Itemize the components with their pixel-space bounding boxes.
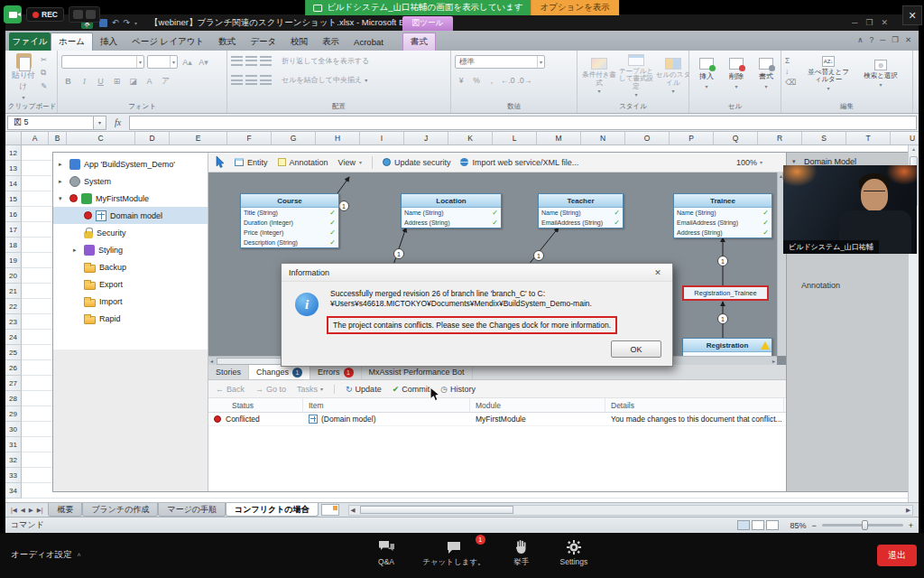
minimize-ribbon-icon[interactable]: ∧ (857, 35, 863, 44)
number-format-item-icon[interactable]: ¥ (455, 74, 467, 87)
zoom-slider-thumb[interactable] (862, 520, 868, 530)
paste-button[interactable]: 貼り付け ▾ (10, 53, 37, 100)
name-box-dropdown-icon[interactable]: ▾ (94, 116, 106, 130)
borders-icon[interactable]: ⊞ (110, 74, 124, 88)
table-header-item[interactable]: Item (303, 398, 470, 412)
zoom-level[interactable]: 85% (790, 521, 806, 530)
align-top-icon[interactable] (231, 56, 243, 66)
next-sheet-icon[interactable]: ▶ (29, 507, 33, 514)
entity-teacher[interactable]: TeacherName (String)✓EmailAddress (Strin… (538, 193, 624, 228)
column-header-f[interactable]: F (227, 132, 272, 145)
item-button[interactable]: ◎検索と選択▾ (857, 60, 904, 88)
audio-settings-button[interactable]: オーディオ設定˄ (11, 549, 80, 561)
dialog-close-icon[interactable]: ✕ (646, 266, 670, 279)
row-header-19[interactable]: 19 (5, 253, 22, 268)
increase-decimal-icon[interactable]: ←.0 (501, 74, 515, 87)
association-registration-trainee[interactable]: Registration_Trainee (682, 285, 769, 301)
column-header-i[interactable]: I (360, 132, 404, 145)
column-header-p[interactable]: P (670, 132, 714, 145)
i-button[interactable]: I (78, 74, 91, 88)
tab-item[interactable]: 表示 (315, 33, 346, 51)
dock-button-history[interactable]: ◷History (440, 385, 476, 394)
dock-tab-errors[interactable]: Errors1 (310, 365, 362, 379)
row-header-25[interactable]: 25 (5, 345, 22, 360)
row-header-34[interactable]: 34 (5, 483, 22, 499)
tab-format[interactable]: 書式 (402, 33, 436, 51)
tree-item-export[interactable]: Export (53, 275, 208, 293)
entity-course[interactable]: CourseTitle (String)✓Duration (Integer)✓… (240, 193, 339, 248)
number-format-item-icon[interactable]: , (485, 74, 498, 87)
view-icon[interactable] (73, 10, 83, 19)
control-qa[interactable]: Q&A (370, 538, 402, 568)
align-middle-icon[interactable] (245, 56, 257, 66)
column-header-o[interactable]: O (625, 132, 670, 145)
leave-button[interactable]: 退出 (877, 545, 917, 566)
zoom-in-icon[interactable]: + (909, 521, 913, 530)
column-header-g[interactable]: G (272, 132, 316, 145)
tree-item-styling[interactable]: ▸Styling (53, 241, 208, 258)
phonetic-button[interactable]: ア (159, 74, 172, 88)
control-chat[interactable]: 1チャットします。 (422, 538, 485, 568)
tab-file[interactable]: ファイル (9, 33, 51, 51)
pointer-tool-icon[interactable] (216, 156, 225, 168)
tree-item-myfirstmodule[interactable]: ▾MyFirstModule (53, 190, 208, 207)
column-header-s[interactable]: S (802, 132, 846, 145)
align-right-icon[interactable] (260, 75, 272, 85)
item-button[interactable]: 条件付き書式▾ (581, 58, 617, 95)
decrease-decimal-icon[interactable]: .0→ (518, 74, 532, 87)
help-icon[interactable]: ? (869, 35, 873, 44)
annotation-tool[interactable]: Annotation (278, 158, 328, 167)
merge-center-button[interactable]: セルを結合して中央揃え (282, 75, 362, 85)
decrease-font-icon[interactable]: A▾ (197, 55, 210, 69)
column-header-m[interactable]: M (537, 132, 581, 145)
layout-icon[interactable] (86, 10, 96, 19)
column-header-j[interactable]: J (404, 132, 448, 145)
chevron-closed-icon[interactable]: ▸ (73, 247, 80, 254)
autosum-icon[interactable]: Σ (785, 56, 796, 65)
column-header-e[interactable]: E (170, 132, 227, 145)
window-restore-icon[interactable]: ❐ (892, 35, 899, 44)
row-header-13[interactable]: 13 (5, 161, 22, 176)
cut-icon[interactable]: ✂ (41, 55, 47, 64)
dock-button-tasks[interactable]: Tasks▾ (297, 385, 323, 394)
column-header-u[interactable]: U (891, 132, 919, 145)
name-box[interactable]: 図 5 (7, 116, 94, 130)
control-settings[interactable]: Settings (558, 538, 590, 568)
undo-icon[interactable]: ↶ (112, 18, 119, 27)
sheet-tab-item[interactable]: ブランチの作成 (82, 503, 158, 517)
tab-item[interactable]: 数式 (211, 33, 243, 51)
column-header-r[interactable]: R (758, 132, 802, 145)
entity-tool[interactable]: Entity (235, 158, 268, 167)
tab-item[interactable]: ホーム (51, 33, 93, 51)
close-window-icon[interactable]: ✕ (881, 18, 888, 27)
number-format-item-icon[interactable]: % (470, 74, 483, 87)
table-header-module[interactable]: Module (470, 398, 605, 412)
view-toggle-buttons[interactable] (69, 6, 100, 23)
row-header-31[interactable]: 31 (5, 437, 22, 452)
row-header-32[interactable]: 32 (5, 452, 22, 468)
row-header-20[interactable]: 20 (5, 268, 22, 284)
row-header-26[interactable]: 26 (5, 360, 22, 376)
row-header-30[interactable]: 30 (5, 422, 22, 437)
restore-icon[interactable]: ❐ (865, 18, 873, 27)
tree-item-rapid[interactable]: Rapid (53, 310, 208, 327)
last-sheet-icon[interactable]: ▶| (37, 507, 43, 514)
item-button[interactable]: 書式▾ (753, 58, 780, 89)
row-header-16[interactable]: 16 (5, 207, 22, 222)
row-header-12[interactable]: 12 (5, 145, 22, 161)
import-webservice-button[interactable]: Import web service/XML file... (460, 158, 578, 167)
workbook-close-icon[interactable]: ✕ (905, 35, 911, 44)
redo-icon[interactable]: ↷ (124, 18, 131, 27)
entity-trainee[interactable]: TraineeName (String)✓EmailAddress (Strin… (673, 193, 772, 238)
row-header-14[interactable]: 14 (5, 176, 22, 191)
column-header-h[interactable]: H (316, 132, 360, 145)
chevron-down-icon[interactable]: ▾ (792, 158, 799, 165)
row-header-18[interactable]: 18 (5, 238, 22, 253)
ok-button[interactable]: OK (611, 340, 661, 358)
select-all-corner[interactable] (5, 132, 22, 145)
entity-location[interactable]: LocationName (String)✓Address (String)✓ (401, 193, 502, 228)
clear-icon[interactable]: ⌫ (785, 78, 796, 87)
increase-font-icon[interactable]: A▴ (180, 55, 194, 69)
chevron-closed-icon[interactable]: ▸ (59, 178, 66, 185)
save-icon[interactable] (99, 19, 107, 27)
